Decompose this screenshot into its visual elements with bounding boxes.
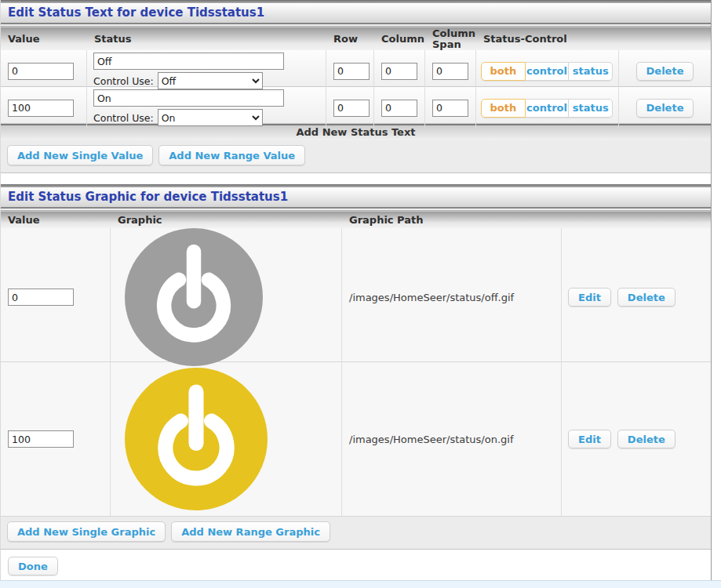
edit-button[interactable]: Edit: [568, 288, 611, 307]
col-header-status: Status: [87, 34, 326, 45]
edit-button[interactable]: Edit: [568, 430, 611, 448]
col-header-column: Column: [374, 34, 425, 45]
segment-control[interactable]: control: [526, 62, 570, 81]
column-span-input[interactable]: [432, 63, 468, 80]
column-span-input[interactable]: [432, 100, 468, 117]
control-use-label: Control Use:: [93, 75, 154, 87]
value-input[interactable]: [8, 63, 74, 80]
add-new-range-value-button[interactable]: Add New Range Value: [158, 145, 305, 165]
value-input[interactable]: [8, 100, 74, 117]
add-new-single-graphic-button[interactable]: Add New Single Graphic: [7, 521, 166, 542]
col-header-status-control: Status-Control: [476, 34, 619, 45]
value-input[interactable]: [8, 289, 74, 306]
delete-button[interactable]: Delete: [617, 430, 675, 448]
power-icon: [125, 228, 263, 366]
status-control-segmented: both control status: [481, 62, 613, 81]
segment-status[interactable]: status: [569, 99, 613, 118]
control-use-select[interactable]: On: [158, 109, 263, 126]
col-header-row: Row: [326, 34, 374, 45]
row-input[interactable]: [333, 63, 370, 80]
graphic-path-text: /images/HomeSeer/status/off.gif: [349, 292, 514, 303]
status-text-table-header: Value Status Row Column Column Span Stat…: [1, 27, 711, 50]
delete-button[interactable]: Delete: [636, 62, 694, 81]
status-graphic-actions: Add New Single Graphic Add New Range Gra…: [1, 517, 711, 550]
status-graphic-section-title: Edit Status Graphic for device Tidsstatu…: [1, 187, 711, 207]
status-input[interactable]: [93, 53, 284, 70]
done-button[interactable]: Done: [8, 557, 58, 575]
add-new-single-value-button[interactable]: Add New Single Value: [7, 145, 153, 165]
status-text-actions: Add New Single Value Add New Range Value: [1, 140, 711, 173]
column-input[interactable]: [381, 63, 417, 80]
row-input[interactable]: [333, 100, 370, 117]
status-text-row: Control Use: Off both control status Del…: [1, 50, 711, 87]
delete-button[interactable]: Delete: [617, 288, 675, 307]
col-header-column-span: Column Span: [425, 28, 476, 49]
col-header-graphic: Graphic: [111, 215, 342, 226]
section-gap: [1, 173, 711, 184]
main-content: Edit Status Text for device Tidsstatus1 …: [0, 0, 712, 586]
col-header-value: Value: [1, 34, 87, 45]
add-new-range-graphic-button[interactable]: Add New Range Graphic: [171, 521, 330, 542]
segment-control[interactable]: control: [526, 99, 570, 118]
page: Edit Status Text for device Tidsstatus1 …: [0, 0, 721, 588]
status-control-segmented: both control status: [481, 99, 613, 118]
status-graphic-row: /images/HomeSeer/status/on.gif Edit Dele…: [1, 362, 711, 517]
segment-status[interactable]: status: [569, 62, 613, 81]
col-header-graphic-path: Graphic Path: [342, 215, 562, 226]
footer-bar: [0, 580, 721, 588]
value-input[interactable]: [8, 430, 74, 448]
status-text-section-title: Edit Status Text for device Tidsstatus1: [1, 3, 711, 23]
column-input[interactable]: [381, 100, 417, 117]
graphic-path-text: /images/HomeSeer/status/on.gif: [349, 434, 513, 445]
col-header-value: Value: [1, 215, 111, 226]
status-graphic-row: /images/HomeSeer/status/off.gif Edit Del…: [1, 228, 711, 362]
status-graphic-table-header: Value Graphic Graphic Path: [1, 212, 711, 228]
status-text-row: Control Use: On both control status Dele…: [1, 87, 711, 124]
control-use-label: Control Use:: [93, 112, 154, 124]
delete-button[interactable]: Delete: [636, 99, 694, 118]
segment-both[interactable]: both: [481, 99, 526, 118]
power-icon: [125, 368, 268, 510]
segment-both[interactable]: both: [481, 62, 526, 81]
status-input[interactable]: [93, 89, 284, 107]
